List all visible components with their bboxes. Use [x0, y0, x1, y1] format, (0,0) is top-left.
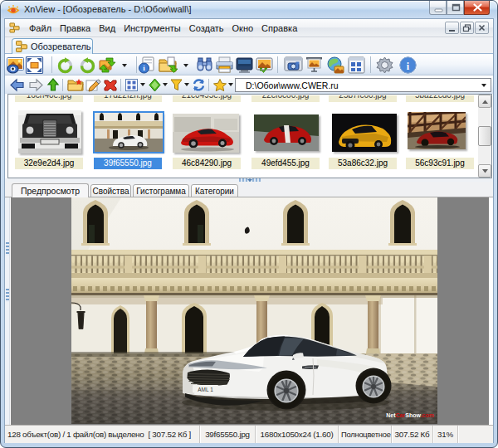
svg-text:NetCarShow.com: NetCarShow.com	[386, 412, 434, 418]
svg-text:AML 1: AML 1	[198, 387, 213, 392]
